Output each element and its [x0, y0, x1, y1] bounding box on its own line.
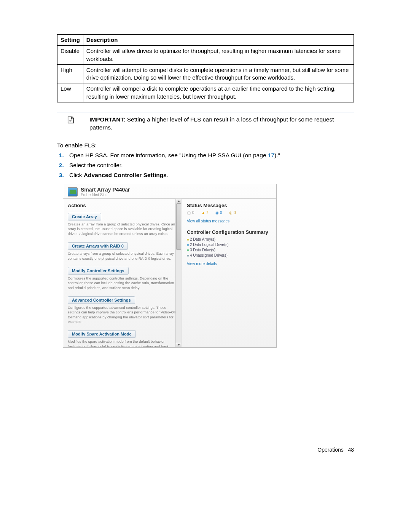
config-summary-header: Controller Configuration Summary [187, 229, 272, 235]
controller-title: Smart Array P440ar [81, 187, 130, 193]
controller-icon [68, 187, 78, 197]
controller-subtitle: Embedded Slot [81, 193, 130, 197]
important-label: IMPORTANT: [89, 116, 125, 123]
scroll-thumb[interactable] [176, 203, 181, 250]
important-text: Setting a higher level of FLS can result… [89, 116, 334, 131]
status-header: Status Messages [187, 203, 272, 208]
summary-item: 4 Unassigned Drive(s) [187, 253, 272, 257]
actions-header: Actions [68, 203, 178, 208]
summary-item: 3 Data Drive(s) [187, 248, 272, 252]
cell-desc: Controller will allow drives to optimize… [83, 46, 354, 65]
scrollbar[interactable]: ▴ ▾ [175, 199, 182, 347]
step-1: Open HP SSA. For more information, see "… [65, 152, 354, 159]
scroll-down-icon[interactable]: ▾ [176, 343, 182, 347]
status-counts: ◯ 0 ▲ 7 ◉ 0 ◎ 0 [187, 211, 272, 215]
modify-spare-activation-button[interactable]: Modify Spare Activation Mode [68, 330, 136, 338]
cell-setting: Low [57, 83, 83, 102]
step-3: Click Advanced Controller Settings. [65, 172, 354, 179]
action-desc: Configures the supported controller sett… [68, 276, 178, 290]
table-row: Low Controller will compel a disk to com… [57, 83, 354, 102]
modify-controller-settings-button[interactable]: Modify Controller Settings [68, 267, 129, 275]
config-summary-list: 2 Data Array(s) 2 Data Logical Drive(s) … [187, 237, 272, 257]
cell-setting: Disable [57, 46, 83, 65]
step-2: Select the controller. [65, 162, 354, 169]
th-description: Description [83, 35, 354, 46]
action-desc: Modifies the spare activation mode from … [68, 339, 178, 347]
scroll-up-icon[interactable]: ▴ [176, 199, 182, 203]
advanced-controller-settings-button[interactable]: Advanced Controller Settings [68, 296, 135, 304]
create-array-button[interactable]: Create Array [68, 213, 101, 220]
action-desc: Configures the supported advanced contro… [68, 305, 178, 324]
table-row: High Controller will attempt to compel d… [57, 64, 354, 83]
important-callout: IMPORTANT: Setting a higher level of FLS… [57, 112, 354, 135]
cell-desc: Controller will compel a disk to complet… [83, 83, 354, 102]
cell-desc: Controller will attempt to compel disks … [83, 64, 354, 83]
footer-section: Operations [317, 447, 343, 453]
table-row: Disable Controller will allow drives to … [57, 46, 354, 65]
cell-setting: High [57, 64, 83, 83]
page-link[interactable]: 17 [268, 152, 274, 158]
action-desc: Create arrays from a group of selected p… [68, 251, 178, 261]
page-footer: Operations 48 [57, 447, 354, 453]
note-icon [57, 115, 82, 126]
view-more-details-link[interactable]: View more details [187, 262, 217, 266]
summary-item: 2 Data Array(s) [187, 237, 272, 241]
action-desc: Creates an array from a group of selecte… [68, 222, 178, 236]
th-setting: Setting [57, 35, 83, 46]
steps-list: Open HP SSA. For more information, see "… [57, 152, 354, 179]
hp-ssa-screenshot: Smart Array P440ar Embedded Slot Actions… [63, 184, 277, 348]
view-all-status-link[interactable]: View all status messages [187, 219, 229, 223]
summary-item: 2 Data Logical Drive(s) [187, 243, 272, 247]
intro-text: To enable FLS: [57, 142, 354, 149]
footer-page: 48 [348, 447, 354, 453]
controller-header: Smart Array P440ar Embedded Slot [63, 184, 276, 199]
create-arrays-raid0-button[interactable]: Create Arrays with RAID 0 [68, 242, 128, 250]
settings-table: Setting Description Disable Controller w… [57, 34, 354, 102]
